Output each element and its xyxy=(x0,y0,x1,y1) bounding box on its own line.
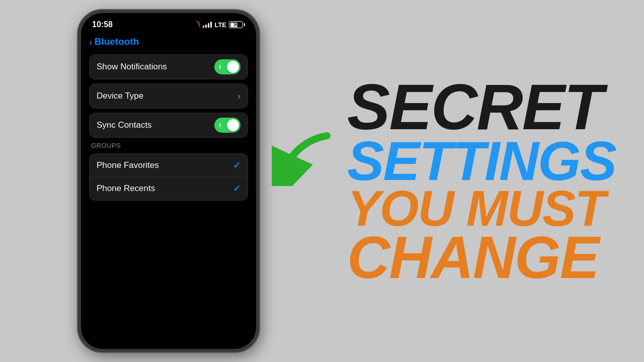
headline-change: CHANGE xyxy=(347,231,598,284)
screen-content: ‹ Bluetooth Show Notifications I Device … xyxy=(81,32,256,201)
show-notifications-row[interactable]: Show Notifications I xyxy=(89,54,248,79)
toggle-thumb xyxy=(227,61,239,73)
sync-contacts-label: Sync Contacts xyxy=(97,120,152,130)
status-icons: 🔇 LTE 39 xyxy=(192,21,245,29)
device-type-chevron-icon: › xyxy=(237,91,240,102)
phone-recents-label: Phone Recents xyxy=(97,184,155,194)
groups-section: GROUPS Phone Favorites ✓ Phone Recents ✓ xyxy=(89,142,248,201)
green-arrow-annotation xyxy=(272,131,332,186)
right-panel: SECRET SETTINGS YOU MUST CHANGE xyxy=(337,0,644,362)
groups-container: Phone Favorites ✓ Phone Recents ✓ xyxy=(89,153,248,201)
sync-contacts-row[interactable]: Sync Contacts I xyxy=(89,113,248,138)
phone-recents-checkmark-icon: ✓ xyxy=(233,183,240,194)
toggle-i-icon-2: I xyxy=(219,123,221,128)
device-type-label: Device Type xyxy=(97,91,143,101)
back-label: Bluetooth xyxy=(95,36,139,47)
status-time: 10:58 xyxy=(92,20,113,29)
headline-settings: SETTINGS xyxy=(347,136,616,186)
phone-recents-row[interactable]: Phone Recents ✓ xyxy=(90,177,248,200)
phone-favorites-label: Phone Favorites xyxy=(97,160,159,170)
toggle-thumb-2 xyxy=(227,119,239,131)
phone-container: 10:58 🔇 LTE 39 xyxy=(0,0,337,362)
toggle-i-icon: I xyxy=(219,64,221,70)
dynamic-island xyxy=(138,19,199,35)
phone-frame: 10:58 🔇 LTE 39 xyxy=(78,10,259,352)
battery-tip xyxy=(244,23,245,26)
lte-label: LTE xyxy=(214,21,226,29)
phone-favorites-checkmark-icon: ✓ xyxy=(233,160,240,171)
groups-section-label: GROUPS xyxy=(89,142,248,149)
show-notifications-toggle[interactable]: I xyxy=(214,59,240,74)
battery: 39 xyxy=(229,21,245,28)
back-chevron-icon: ‹ xyxy=(89,37,93,47)
signal-bars xyxy=(203,22,212,28)
battery-body: 39 xyxy=(229,21,243,28)
show-notifications-label: Show Notifications xyxy=(97,62,167,72)
sync-contacts-toggle[interactable]: I xyxy=(214,118,240,133)
back-navigation[interactable]: ‹ Bluetooth xyxy=(89,32,248,54)
device-type-row[interactable]: Device Type › xyxy=(89,83,248,109)
battery-number: 39 xyxy=(233,22,238,27)
phone-screen: 10:58 🔇 LTE 39 xyxy=(81,13,256,349)
headline-secret: SECRET xyxy=(347,78,602,136)
phone-favorites-row[interactable]: Phone Favorites ✓ xyxy=(90,154,248,177)
